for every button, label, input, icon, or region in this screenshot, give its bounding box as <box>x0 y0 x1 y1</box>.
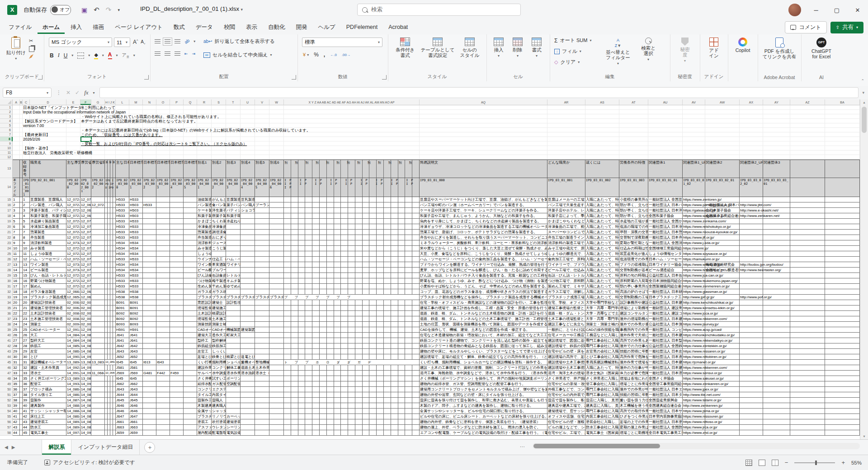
cell[interactable]: 28 <box>13 343 20 349</box>
cell[interactable] <box>763 284 790 289</box>
cell[interactable] <box>143 246 156 251</box>
cell[interactable] <box>825 349 860 354</box>
ribbon-tab-8[interactable]: 表示 <box>241 21 262 34</box>
cell[interactable]: G481 <box>143 371 156 376</box>
cell[interactable]: くい打機運転工 <box>197 360 212 365</box>
cell[interactable] <box>763 414 790 419</box>
col-header-AY[interactable]: AY <box>763 99 790 105</box>
cell[interactable] <box>269 316 284 322</box>
cell[interactable]: http://www.tile-net.com/ <box>683 392 705 398</box>
cell[interactable] <box>825 295 860 300</box>
cell[interactable] <box>156 150 170 155</box>
cell[interactable]: 惣菜製造 <box>30 230 66 235</box>
cell[interactable] <box>740 224 763 230</box>
cell[interactable]: 39 <box>13 403 20 409</box>
cell[interactable]: 入職にあたって、特に学歴や資格は必要とされない。 <box>585 257 619 262</box>
cell[interactable] <box>825 219 860 224</box>
cell[interactable]: http://www.zenkenren.jp/ <box>683 403 705 409</box>
row-header-29[interactable]: 29 <box>0 273 13 278</box>
cell[interactable] <box>66 146 80 150</box>
cell[interactable]: J646 <box>116 403 129 409</box>
cell[interactable] <box>255 376 269 381</box>
cell[interactable]: 別名2 <box>212 160 226 178</box>
cell[interactable] <box>284 235 420 240</box>
cell[interactable] <box>284 327 420 333</box>
cell[interactable]: 入職にあたって、特に学歴や資格は必要とされない。 <box>585 289 619 295</box>
cell[interactable]: ガラス工場で、溶解したガラスを成形・加工・検査する。 <box>547 289 585 295</box>
cell[interactable] <box>184 409 197 414</box>
cell[interactable] <box>241 419 255 425</box>
cell[interactable] <box>255 354 269 360</box>
cell[interactable]: https://www.jrca.or.jp/ <box>683 425 705 430</box>
cell[interactable]: 入職にあたって、特に学歴や資格は必要とされない。 <box>585 224 619 230</box>
cell[interactable] <box>129 137 143 141</box>
cell[interactable]: 屋外作業で天候に左右される。 <box>619 333 648 338</box>
cell[interactable]: 鉄筋コンクリート構造物の骨組みとなる鉄筋を、図面に従って加工し、組み立てる。 <box>420 343 547 349</box>
cell[interactable]: 一般社団法人 日本パン工業会 <box>648 202 683 208</box>
row-header-28[interactable]: 28 <box>0 268 13 273</box>
accessibility-checker[interactable]: アクセシビリティ: 検討が必要です <box>44 459 135 466</box>
cell[interactable]: 主な日本標準職業分類 <box>116 160 129 178</box>
cell[interactable] <box>284 257 420 262</box>
cell[interactable] <box>790 230 825 235</box>
cell[interactable] <box>825 178 860 197</box>
cell[interactable] <box>825 262 860 268</box>
cell[interactable]: 12_072-02 <box>66 208 80 213</box>
cell[interactable] <box>825 202 860 208</box>
cell[interactable]: J643 <box>116 387 129 392</box>
cell[interactable]: H534 <box>129 262 143 268</box>
cell[interactable] <box>790 289 825 295</box>
cell[interactable] <box>30 155 66 160</box>
cell[interactable] <box>740 155 763 160</box>
ribbon-tab-7[interactable]: 校閲 <box>219 21 240 34</box>
cell[interactable] <box>763 316 790 322</box>
cell[interactable] <box>284 322 420 327</box>
cell[interactable] <box>241 246 255 251</box>
cell[interactable] <box>790 403 825 409</box>
cell[interactable]: 建設コンサルタント等に勤務。 <box>619 311 648 316</box>
cell[interactable] <box>683 110 705 114</box>
cell[interactable] <box>156 137 170 141</box>
cell[interactable] <box>790 150 825 155</box>
cell[interactable] <box>241 289 255 295</box>
cell[interactable]: 冷凍ギョウザ、冷凍コロッケなどの冷凍食品を製造する工場の機械オペレーター。 <box>420 224 547 230</box>
cell[interactable]: 関連団体3 <box>763 160 790 178</box>
cell[interactable] <box>184 295 197 300</box>
cell[interactable] <box>740 316 763 322</box>
row-header-18[interactable]: 18 <box>0 213 13 219</box>
cell[interactable] <box>212 119 226 123</box>
cell[interactable]: 12_073-01 <box>66 268 80 273</box>
cell[interactable]: J646 <box>116 409 129 414</box>
cell[interactable] <box>170 284 184 289</box>
cell[interactable]: H533 <box>129 273 143 278</box>
cell[interactable] <box>648 132 683 137</box>
cell[interactable]: J642 <box>129 343 143 349</box>
cell[interactable] <box>740 284 763 289</box>
underline-button[interactable]: U <box>64 52 68 59</box>
cell[interactable] <box>241 268 255 273</box>
cell[interactable]: 橋梁設計技術者 <box>212 311 226 316</box>
cell[interactable] <box>284 306 420 311</box>
cell[interactable]: ワイン醸造工 <box>197 262 212 268</box>
cell[interactable]: 全国製麺協同組合連合会 <box>648 284 683 289</box>
cell[interactable] <box>91 409 105 414</box>
cell[interactable] <box>790 160 825 178</box>
cell[interactable]: 小規模の事業所が多く、朝の早い仕事である。 <box>619 197 648 202</box>
cell[interactable]: 全日本漬物協同組合連合会 <box>648 278 683 284</box>
merge-center-button[interactable]: セルを結合して中央揃え▾ <box>203 52 272 58</box>
cell[interactable]: ハム・ベーコン製造工 <box>226 257 241 262</box>
cell[interactable] <box>105 365 116 371</box>
cell[interactable] <box>790 240 825 246</box>
sheet-tab-1[interactable]: インプットデータ細目 <box>71 440 140 455</box>
cell[interactable] <box>184 322 197 327</box>
cell[interactable]: 12_072-01 <box>91 202 105 208</box>
cell[interactable]: 12_072-03 <box>66 251 80 257</box>
cell[interactable] <box>184 425 197 430</box>
cell[interactable] <box>116 105 129 110</box>
col-header-G[interactable]: G <box>91 99 105 105</box>
cell[interactable]: 36 <box>23 381 30 387</box>
cell[interactable]: 一般社団法人 日本洋菓子協会連合会 <box>648 208 683 213</box>
cell[interactable] <box>184 268 197 273</box>
cell[interactable]: 35 <box>13 381 20 387</box>
cell[interactable] <box>241 105 255 110</box>
